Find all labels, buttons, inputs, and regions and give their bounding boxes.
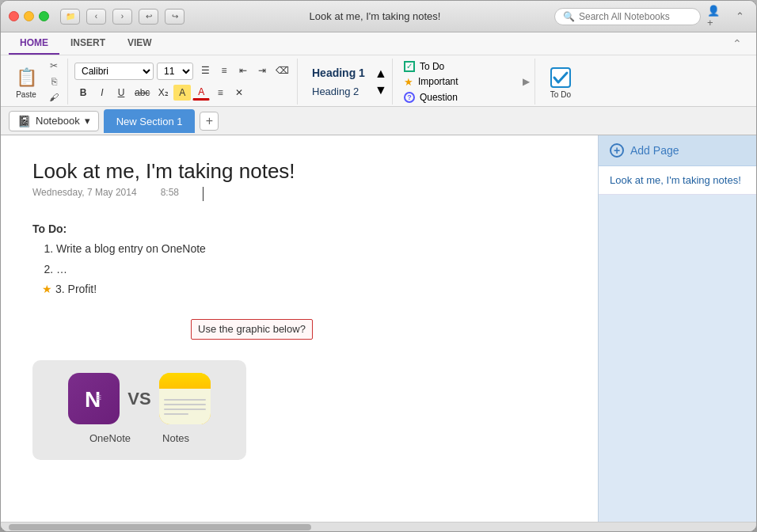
nav-back-button[interactable]: ‹ (86, 9, 106, 25)
tag-important[interactable]: ★ Important (399, 74, 518, 89)
tag-question-label: Question (420, 92, 458, 103)
eraser-button[interactable]: ⌫ (272, 63, 292, 78)
page-item-1[interactable]: Look at me, I'm taking notes! (599, 166, 756, 195)
todo-checkmark-icon (548, 65, 573, 90)
text-cursor (203, 187, 204, 201)
search-input[interactable] (579, 11, 690, 22)
todo-heading: To Do: (32, 220, 566, 238)
nav-controls: 📁 ‹ › ↩ ↪ (60, 9, 184, 25)
app-comparison-graphic: N ≡ VS (32, 360, 246, 460)
add-user-icon[interactable]: 👤+ (707, 8, 725, 25)
add-page-label: Add Page (630, 144, 679, 157)
add-page-icon: + (610, 143, 624, 158)
bullet-list-button[interactable]: ☰ (196, 63, 214, 78)
ribbon-tabs: HOME INSERT VIEW ⌃ (1, 32, 756, 55)
todo-list: Write a blog entry on OneNote … ★3. Prof… (56, 240, 566, 298)
styles-more-button[interactable]: ▲ ▼ (375, 66, 387, 97)
ribbon-content: 📋 Paste ✂ ⎘ 🖌 Calibri (1, 55, 756, 106)
ribbon-group-tags: ✓ To Do ★ Important ? Question ▶ (394, 59, 535, 104)
section-name: New Section 1 (116, 116, 183, 127)
ribbon-collapse-button[interactable]: ⌃ (732, 32, 748, 55)
highlight-button[interactable]: A (173, 85, 191, 101)
notebook-button[interactable]: 📓 Notebook ▾ (9, 111, 99, 131)
section-tab[interactable]: New Section 1 (104, 109, 196, 133)
underline-button[interactable]: U (112, 85, 130, 101)
indent-button[interactable]: ⇥ (253, 63, 271, 78)
app-window: 📁 ‹ › ↩ ↪ Look at me, I'm taking notes! … (0, 0, 757, 532)
sidebar: + Add Page Look at me, I'm taking notes! (598, 135, 756, 522)
note-area[interactable]: Look at me, I'm taking notes! Wednesday,… (1, 135, 598, 522)
font-color-button[interactable]: A (192, 85, 210, 101)
onenote-label: OneNote (89, 431, 131, 447)
tag-important-label: Important (418, 76, 458, 87)
app-labels: OneNote Notes (89, 431, 189, 447)
window-title: Look at me, I'm taking notes! (196, 10, 554, 22)
notebook-name: Notebook (36, 115, 80, 127)
redo-button[interactable]: ↪ (165, 9, 184, 25)
title-bar: 📁 ‹ › ↩ ↪ Look at me, I'm taking notes! … (1, 1, 756, 32)
font-size-select[interactable]: 11 (157, 63, 193, 80)
style-heading2[interactable]: Heading 2 (304, 82, 373, 101)
note-content[interactable]: To Do: Write a blog entry on OneNote … ★… (32, 220, 566, 460)
horizontal-scrollbar[interactable] (1, 522, 756, 531)
notebook-chevron-icon: ▾ (85, 115, 90, 127)
search-icon: 🔍 (563, 11, 575, 22)
vs-label: VS (127, 385, 150, 412)
subscript-button[interactable]: X₂ (154, 85, 172, 101)
nav-forward-button[interactable]: › (112, 9, 132, 25)
svg-text:≡: ≡ (96, 392, 101, 403)
paste-label: Paste (16, 90, 36, 99)
page-title: Look at me, I'm taking notes! (610, 174, 741, 186)
traffic-lights (9, 11, 49, 21)
note-title[interactable]: Look at me, I'm taking notes! (32, 159, 566, 184)
style-heading1[interactable]: Heading 1 (304, 63, 373, 82)
tag-todo[interactable]: ✓ To Do (399, 59, 518, 74)
format-painter-button[interactable]: 🖌 (45, 90, 63, 104)
nav-folder-button[interactable]: 📁 (60, 9, 80, 25)
align-button[interactable]: ≡ (211, 85, 229, 101)
question-icon: ? (404, 92, 415, 103)
add-section-button[interactable]: + (200, 112, 219, 131)
notebook-icon: 📓 (17, 115, 31, 127)
minimize-button[interactable] (24, 11, 34, 21)
close-button[interactable] (9, 11, 19, 21)
tab-insert[interactable]: INSERT (59, 32, 116, 55)
strikethrough-button[interactable]: abc (131, 85, 153, 101)
add-page-button[interactable]: + Add Page (599, 135, 756, 166)
tab-home[interactable]: HOME (9, 32, 59, 55)
ribbon-group-font: Calibri 11 ☰ ≡ ⇤ ⇥ ⌫ (70, 59, 298, 104)
notes-logo-icon (159, 373, 211, 424)
important-star-icon: ★ (404, 76, 413, 88)
ribbon: HOME INSERT VIEW ⌃ 📋 Paste ✂ ⎘ 🖌 (1, 32, 756, 107)
font-family-select[interactable]: Calibri (74, 63, 154, 80)
cut-button[interactable]: ✂ (45, 59, 63, 73)
note-time: 8:58 (161, 187, 179, 201)
maximize-button[interactable] (39, 11, 49, 21)
collapse-icon[interactable]: ⌃ (731, 8, 748, 25)
search-box[interactable]: 🔍 (554, 8, 701, 25)
copy-button[interactable]: ⎘ (45, 74, 63, 89)
todo-button[interactable]: To Do (542, 63, 580, 101)
tags-more-button[interactable]: ▶ (523, 76, 530, 87)
todo-check-icon: ✓ (404, 61, 415, 72)
bold-button[interactable]: B (74, 85, 92, 101)
callout-text: Use the graphic below? (191, 319, 313, 340)
undo-button[interactable]: ↩ (139, 9, 158, 25)
ribbon-group-styles: Heading 1 Heading 2 ▲ ▼ (299, 59, 393, 104)
font-top-row: Calibri 11 ☰ ≡ ⇤ ⇥ ⌫ (74, 63, 292, 80)
list-buttons: ☰ ≡ ⇤ ⇥ ⌫ (196, 63, 292, 80)
tag-todo-label: To Do (420, 61, 444, 72)
notebook-bar: 📓 Notebook ▾ New Section 1 + (1, 107, 756, 135)
italic-button[interactable]: I (93, 85, 111, 101)
scrollbar-thumb[interactable] (9, 524, 311, 530)
paste-button[interactable]: 📋 Paste (9, 63, 44, 101)
sidebar-scroll-area (599, 195, 756, 522)
star-icon: ★ (42, 283, 52, 295)
ribbon-group-clipboard: 📋 Paste ✂ ⎘ 🖌 (4, 59, 68, 104)
outdent-button[interactable]: ⇤ (234, 63, 252, 78)
tag-question[interactable]: ? Question (399, 90, 518, 104)
ribbon-group-todo: To Do (537, 59, 584, 104)
numbered-list-button[interactable]: ≡ (215, 63, 233, 78)
clear-format-button[interactable]: ✕ (230, 85, 248, 101)
tab-view[interactable]: VIEW (116, 32, 163, 55)
